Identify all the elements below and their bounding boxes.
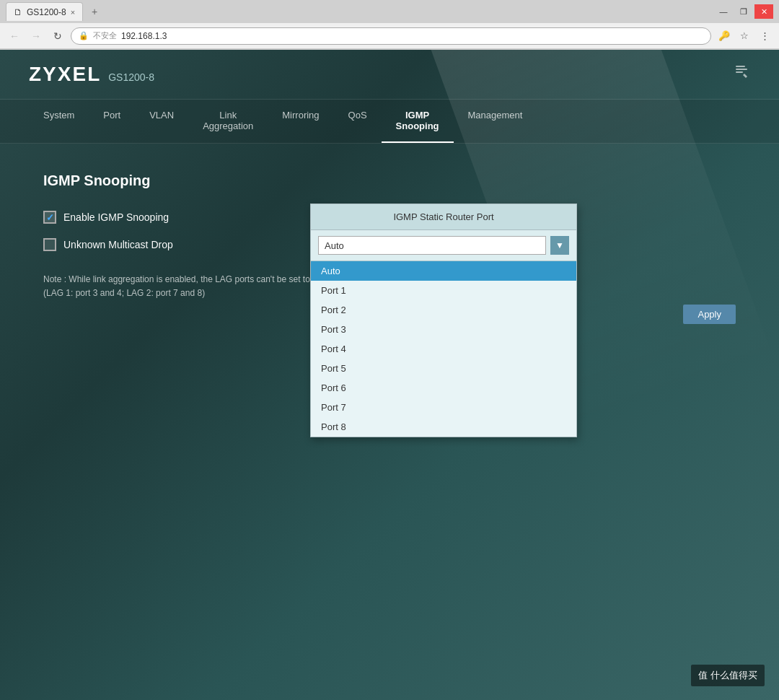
logo-area: ZYXEL GS1200-8 xyxy=(29,63,154,86)
nav-management[interactable]: Management xyxy=(454,100,537,143)
unknown-multicast-label: Unknown Multicast Drop xyxy=(63,239,173,250)
main-content: ZYXEL GS1200-8 System Port VLAN Link Agg… xyxy=(0,50,779,700)
dropdown-option-port2[interactable]: Port 2 xyxy=(311,300,576,320)
close-button[interactable]: ✕ xyxy=(754,4,773,19)
dropdown-option-port8[interactable]: Port 8 xyxy=(311,417,576,437)
tab-close-button[interactable]: × xyxy=(71,8,75,17)
nav-mirroring[interactable]: Mirroring xyxy=(268,100,333,143)
forward-button[interactable]: → xyxy=(27,27,45,45)
zyxel-logo: ZYXEL xyxy=(29,63,101,86)
minimize-button[interactable]: — xyxy=(714,4,733,19)
dropdown-option-port1[interactable]: Port 1 xyxy=(311,281,576,300)
nav-vlan[interactable]: VLAN xyxy=(135,100,188,143)
nav-link-aggregation[interactable]: Link Aggregation xyxy=(188,100,268,143)
watermark: 值 什么值得买 xyxy=(691,665,765,686)
dropdown-option-port6[interactable]: Port 6 xyxy=(311,378,576,398)
url-text: 192.168.1.3 xyxy=(121,31,167,41)
nav-port[interactable]: Port xyxy=(89,100,135,143)
window-controls: — ❐ ✕ xyxy=(714,4,773,19)
dropdown-option-auto[interactable]: Auto xyxy=(311,261,576,281)
apply-button[interactable]: Apply xyxy=(683,305,736,324)
dropdown-list: Auto Port 1 Port 2 Port 3 Port 4 Port 5 … xyxy=(311,261,576,437)
address-input[interactable]: 🔒 不安全 192.168.1.3 xyxy=(71,27,711,45)
tab-favicon: 🗋 xyxy=(14,7,22,17)
app-header: ZYXEL GS1200-8 xyxy=(0,50,779,100)
dropdown-select-row: Auto ▼ xyxy=(311,230,576,261)
check-icon: ✓ xyxy=(46,212,54,223)
model-label: GS1200-8 xyxy=(108,71,154,83)
dropdown-arrow-button[interactable]: ▼ xyxy=(550,236,569,255)
nav-qos[interactable]: QoS xyxy=(334,100,382,143)
nav-igmp-snooping[interactable]: IGMP Snooping xyxy=(382,100,454,143)
menu-icon[interactable]: ⋮ xyxy=(756,27,773,45)
restore-button[interactable]: ❐ xyxy=(734,4,753,19)
not-secure-label: 不安全 xyxy=(93,30,117,41)
dropdown-current-value[interactable]: Auto xyxy=(318,236,546,255)
bookmark-icon[interactable]: ☆ xyxy=(736,27,753,45)
lock-icon: 🔒 xyxy=(79,31,89,40)
dropdown-option-port5[interactable]: Port 5 xyxy=(311,359,576,378)
unknown-multicast-checkbox[interactable] xyxy=(43,238,56,251)
svg-rect-0 xyxy=(736,66,745,67)
new-tab-button[interactable]: + xyxy=(86,3,103,20)
active-tab[interactable]: 🗋 GS1200-8 × xyxy=(6,2,83,21)
dropdown-panel-title: IGMP Static Router Port xyxy=(311,204,576,230)
svg-rect-2 xyxy=(736,71,743,73)
page-title: IGMP Snooping xyxy=(43,172,736,189)
address-right-controls: 🔑 ☆ ⋮ xyxy=(716,27,773,45)
svg-rect-1 xyxy=(736,69,747,70)
nav-system[interactable]: System xyxy=(29,100,89,143)
key-icon[interactable]: 🔑 xyxy=(716,27,733,45)
page-content: IGMP Snooping ✓ Enable IGMP Snooping Unk… xyxy=(0,144,779,329)
enable-igmp-label: Enable IGMP Snooping xyxy=(63,211,169,223)
tab-bar: 🗋 GS1200-8 × + — ❐ ✕ xyxy=(0,0,779,23)
address-bar: ← → ↻ 🔒 不安全 192.168.1.3 🔑 ☆ ⋮ xyxy=(0,23,779,49)
igmp-router-port-panel: IGMP Static Router Port Auto ▼ Auto Port… xyxy=(310,204,577,437)
nav-bar: System Port VLAN Link Aggregation Mirror… xyxy=(0,100,779,144)
apply-area: Apply xyxy=(683,305,736,324)
form-area: ✓ Enable IGMP Snooping Unknown Multicast… xyxy=(43,211,736,300)
enable-igmp-checkbox[interactable]: ✓ xyxy=(43,211,56,224)
reload-button[interactable]: ↻ xyxy=(49,27,66,45)
header-icon[interactable] xyxy=(733,64,750,85)
dropdown-option-port3[interactable]: Port 3 xyxy=(311,320,576,339)
dropdown-option-port7[interactable]: Port 7 xyxy=(311,398,576,417)
back-button[interactable]: ← xyxy=(6,27,23,45)
tab-title: GS1200-8 xyxy=(27,7,66,17)
dropdown-option-port4[interactable]: Port 4 xyxy=(311,339,576,359)
browser-chrome: 🗋 GS1200-8 × + — ❐ ✕ ← → ↻ 🔒 不安全 192.168… xyxy=(0,0,779,50)
